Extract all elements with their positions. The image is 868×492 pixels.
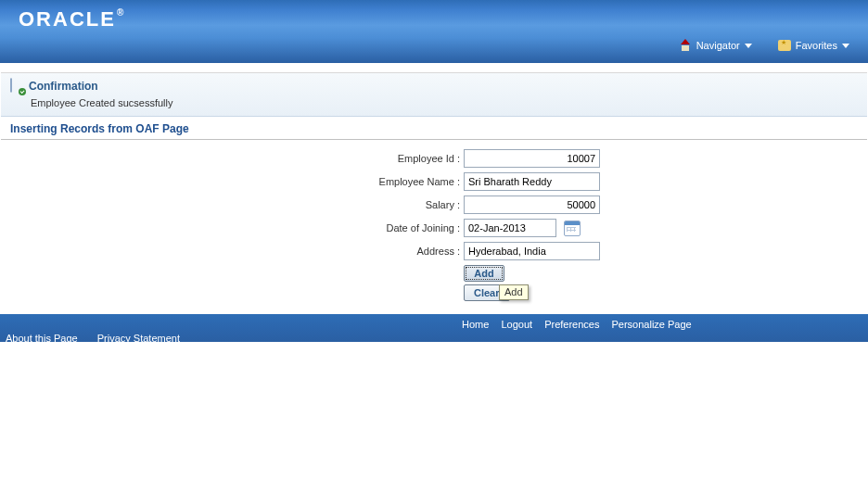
- confirmation-icon: [10, 79, 23, 94]
- footer-preferences-link[interactable]: Preferences: [544, 319, 599, 330]
- address-input[interactable]: [464, 242, 600, 260]
- employee-name-label: Employee Name :: [1, 176, 464, 187]
- doj-input[interactable]: [464, 219, 556, 237]
- add-tooltip: Add: [499, 284, 529, 300]
- salary-input[interactable]: [464, 196, 600, 214]
- employee-id-label: Employee Id :: [1, 153, 464, 164]
- logo-reg: ®: [117, 7, 125, 18]
- calendar-icon[interactable]: [564, 221, 581, 236]
- confirmation-message: Employee Created sucsessfully: [31, 97, 858, 108]
- employee-id-input[interactable]: [464, 149, 600, 168]
- confirmation-title: Confirmation: [29, 80, 98, 93]
- logo-text: ORACLE: [19, 7, 116, 31]
- chevron-down-icon: [745, 44, 752, 48]
- section-title: Inserting Records from OAF Page: [1, 117, 867, 140]
- navigator-menu[interactable]: Navigator: [679, 39, 752, 52]
- spacer: [1, 63, 867, 73]
- form-area: Employee Id : Employee Name : Salary : D…: [1, 140, 867, 314]
- navigator-label: Navigator: [696, 40, 740, 51]
- footer-logout-link[interactable]: Logout: [501, 319, 532, 330]
- favorites-menu[interactable]: Favorites: [778, 40, 849, 51]
- footer-personalize-link[interactable]: Personalize Page: [612, 319, 692, 330]
- footer-privacy-link[interactable]: Privacy Statement: [97, 333, 180, 344]
- add-button[interactable]: Add: [464, 265, 504, 282]
- salary-label: Salary :: [1, 199, 464, 210]
- chevron-down-icon: [842, 44, 849, 48]
- header-links: Navigator Favorites: [679, 39, 849, 52]
- footer: Home Logout Preferences Personalize Page…: [0, 314, 868, 342]
- employee-name-input[interactable]: [464, 172, 600, 191]
- favorites-icon: [778, 40, 791, 51]
- footer-about-link[interactable]: About this Page: [6, 333, 78, 344]
- footer-home-link[interactable]: Home: [462, 319, 489, 330]
- app-header: ORACLE® Navigator Favorites: [0, 0, 868, 63]
- address-label: Address :: [1, 246, 464, 257]
- favorites-label: Favorites: [796, 40, 837, 51]
- confirmation-box: Confirmation Employee Created sucsessful…: [1, 73, 867, 117]
- doj-label: Date of Joining :: [1, 222, 464, 233]
- home-icon: [679, 39, 692, 52]
- oracle-logo: ORACLE®: [19, 7, 125, 32]
